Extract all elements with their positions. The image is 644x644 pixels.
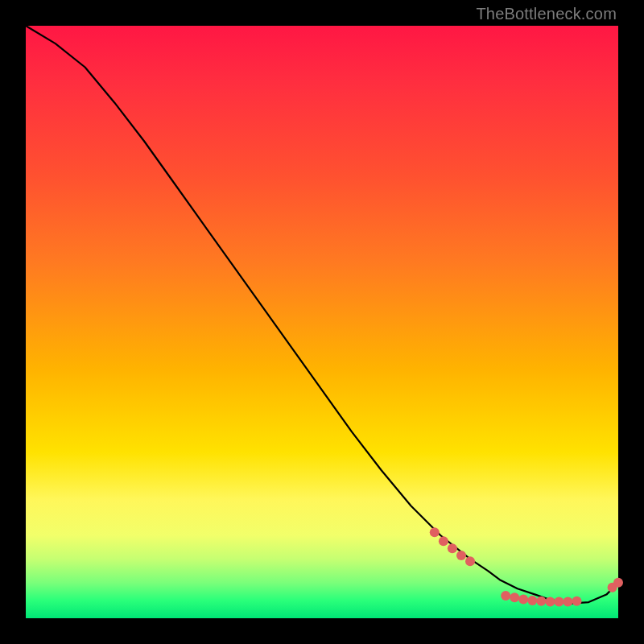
highlight-dot (465, 556, 475, 566)
highlight-dot (439, 536, 448, 546)
highlight-dot (613, 578, 623, 588)
highlight-dot (456, 551, 466, 560)
highlight-dot (510, 592, 519, 602)
curve-layer (26, 26, 618, 618)
highlight-dot (536, 597, 546, 606)
highlight-dot (448, 543, 457, 553)
highlight-dot (563, 597, 572, 606)
plot-area (26, 26, 618, 618)
watermark-label: TheBottleneck.com (476, 5, 617, 23)
highlight-dot (572, 597, 582, 606)
bottleneck-curve (26, 26, 618, 604)
highlight-dot (501, 591, 510, 601)
highlight-dot (545, 597, 555, 606)
highlight-dot (518, 594, 528, 604)
highlight-dot (554, 597, 564, 606)
highlight-dot (430, 527, 440, 537)
highlight-dots (430, 527, 623, 606)
chart-frame: TheBottleneck.com (0, 0, 644, 644)
highlight-dot (527, 596, 537, 605)
